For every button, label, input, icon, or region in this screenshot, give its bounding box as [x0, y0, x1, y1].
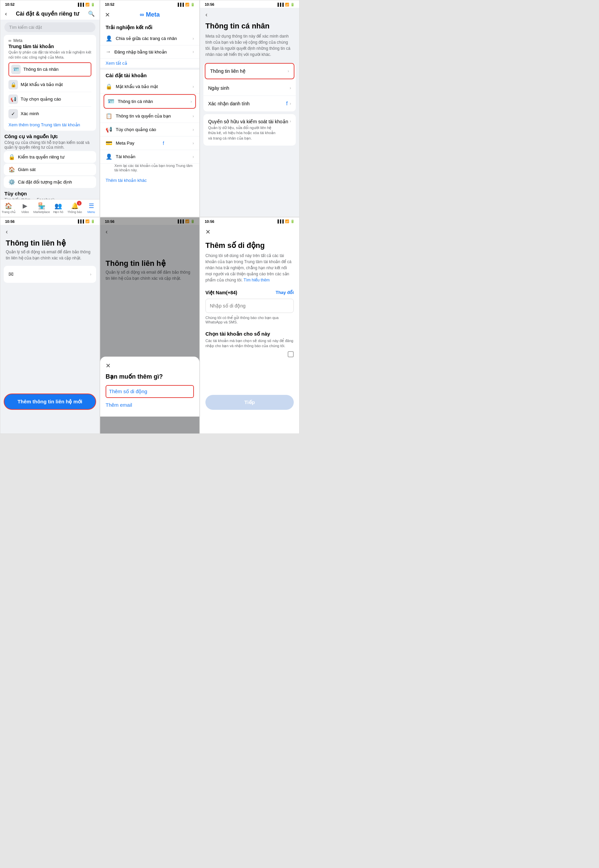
phone-hint: Chúng tôi có thể gửi thông báo cho bạn q… [200, 314, 299, 328]
chevron-icon-1: › [193, 36, 194, 41]
menu-nav-icon: ☰ [89, 202, 94, 210]
close-icon[interactable]: ✕ [105, 11, 110, 19]
audience-icon: ⚙️ [9, 179, 15, 185]
panel-settings: 10:52 ▐▐▐ 📶 🔋 ‹ Cài đặt & quyền riêng tư… [0, 0, 100, 217]
monitor-icon: 🏠 [9, 166, 15, 173]
account-label: Tài khoản [116, 154, 135, 159]
default-audience-item[interactable]: ⚙️ Cài đặt đối tượng mặc định [4, 176, 96, 188]
meta-infinity-icon: ∞ [9, 38, 12, 43]
privacy-label: Kiểm tra quyền riêng tư [18, 154, 64, 160]
personal-info-icon: 🪪 [11, 65, 21, 74]
fb-identity-icon: f [286, 101, 287, 107]
search-icon[interactable]: 🔍 [88, 11, 95, 17]
ads-prefs-item[interactable]: 📢 Tùy chọn quảng cáo [9, 92, 91, 106]
nav-home[interactable]: 🏠 Trang chủ [0, 202, 17, 214]
add-email-option[interactable]: Thêm email [105, 399, 194, 411]
phone-country-row: Việt Nam(+84) Thay đổi [200, 287, 299, 299]
submit-button[interactable]: Tiếp [205, 395, 294, 410]
time-4: 10:56 [5, 219, 15, 223]
ownership-desc: Quản lý dữ liệu, sửa đổi người liên hệ t… [208, 125, 276, 141]
personal-info-item[interactable]: 🪪 Thông tin cá nhân › [104, 94, 196, 109]
meta-header: ∞ Meta [9, 38, 91, 43]
ads-prefs-menu-item[interactable]: 📢 Tùy chọn quảng cáo › [100, 123, 199, 136]
privacy-check-item[interactable]: 🔒 Kiểm tra quyền riêng tư [4, 151, 96, 163]
status-icons-3: ▐▐▐ 📶 🔋 [277, 3, 294, 6]
phone-input[interactable] [205, 299, 294, 313]
info-rights-item[interactable]: 📋 Thông tin và quyền của bạn › [100, 109, 199, 123]
password-security-item[interactable]: 🔒 Mật khẩu và bảo mật [9, 77, 91, 92]
account-checkbox[interactable] [287, 351, 294, 357]
meta-pay-item[interactable]: 💳 Meta Pay f › [100, 136, 199, 150]
status-bar-4: 10:56 ▐▐▐ 📶 🔋 [0, 217, 99, 225]
account-item[interactable]: 👤 Tài khoản › [100, 150, 199, 164]
share-profiles-label: Chia sẻ giữa các trang cá nhân [116, 36, 177, 41]
password-item[interactable]: 🔒 Mật khẩu và bảo mật › [100, 80, 199, 94]
select-account-desc: Các tài khoản mà bạn chọn sẽ dùng số này… [200, 338, 299, 352]
email-row[interactable]: ✉ › [4, 266, 96, 283]
monitor-item[interactable]: 🏠 Giám sát [4, 164, 96, 175]
account-desc: Xem lại các tài khoản của bạn trong Trun… [100, 164, 199, 174]
info-rights-label: Thông tin và quyền của bạn [116, 113, 171, 119]
learn-more-link[interactable]: Tìm hiểu thêm [244, 278, 270, 282]
share-profiles-item[interactable]: 👤 Chia sẻ giữa các trang cá nhân › [100, 32, 199, 45]
personal-info-title: Thông tin cá nhân [200, 22, 299, 33]
marketplace-nav-icon: 🏪 [38, 202, 45, 210]
personal-info-menu-item[interactable]: 🪪 Thông tin cá nhân [9, 62, 91, 77]
add-phone-desc: Chúng tôi sẽ dùng số này trên tất cả các… [200, 253, 299, 287]
see-all-link[interactable]: Xem tất cả [100, 59, 199, 68]
panel-personal-info: 10:56 ▐▐▐ 📶 🔋 ‹ Thông tin cá nhân Meta s… [200, 0, 300, 217]
chevron-ownership: › [290, 119, 291, 124]
search-box[interactable]: Tìm kiếm cài đặt [5, 23, 95, 32]
see-more-link[interactable]: Xem thêm trong Trung tâm tài khoản [9, 122, 91, 127]
account-settings-title: Cài đặt tài khoản [100, 70, 199, 80]
nav-menu[interactable]: ☰ Menu [83, 202, 99, 214]
chevron-identity: › [290, 101, 291, 106]
ownership-card: Quyền sở hữu và kiểm soát tài khoản Quản… [203, 114, 296, 146]
panel-meta-menu: 10:52 ▐▐▐ 📶 🔋 ✕ ∞ Meta Trải nghiệm kết n… [100, 0, 200, 217]
card-title: Trung tâm tài khoản [9, 44, 91, 49]
notifications-nav-label: Thông báo [67, 210, 82, 214]
login-icon: → [105, 49, 111, 55]
back-button-3[interactable]: ‹ [205, 11, 208, 18]
nav-dating[interactable]: 👥 Hẹn hò [50, 202, 67, 214]
add-contact-button[interactable]: Thêm thông tin liên hệ mới [4, 394, 96, 410]
personal-info-desc: Meta sử dụng thông tin này để xác minh d… [200, 33, 299, 62]
add-phone-option[interactable]: Thêm số di động [105, 385, 194, 398]
ownership-title: Quyền sở hữu và kiểm soát tài khoản [208, 119, 288, 124]
change-country-button[interactable]: Thay đổi [275, 290, 294, 295]
ownership-item[interactable]: Quyền sở hữu và kiểm soát tài khoản Quản… [203, 114, 296, 146]
nav-marketplace[interactable]: 🏪 Marketplace [33, 202, 50, 214]
nav-notifications[interactable]: 🔔 Thông báo 1 [66, 202, 83, 214]
meta-logo: ∞ Meta [140, 11, 160, 18]
contact-info-item[interactable]: Thông tin liên hệ › [205, 63, 294, 79]
personal-info-label: Thông tin cá nhân [23, 67, 59, 72]
add-account-link[interactable]: Thêm tài khoản khác [100, 174, 199, 186]
verify-item[interactable]: ✓ Xác minh [9, 106, 91, 121]
video-nav-label: Video [21, 210, 29, 214]
time-1: 10:52 [5, 2, 15, 6]
login-label: Đăng nhập bằng tài khoản [114, 50, 167, 54]
share-profiles-icon: 👤 [105, 35, 112, 42]
add-what-modal: ✕ Bạn muốn thêm gì? Thêm số di động Thêm… [100, 356, 199, 417]
time-6: 10:56 [205, 219, 214, 223]
chevron-icon-5: › [193, 114, 194, 119]
chevron-icon-2: › [193, 50, 194, 54]
password-menu-label: Mật khẩu và bảo mật [116, 84, 158, 89]
modal-close-icon[interactable]: ✕ [105, 362, 194, 370]
nav-video[interactable]: ▶ Video [17, 202, 33, 214]
chevron-icon-3: › [193, 85, 194, 89]
identity-verify-item[interactable]: Xác nhận danh tính f › [203, 96, 296, 112]
back-icon[interactable]: ‹ [5, 11, 7, 17]
contact-top-bar: ‹ [0, 225, 99, 239]
birthday-item[interactable]: Ngày sinh › [203, 81, 296, 96]
chevron-contact: › [287, 69, 289, 74]
home-nav-label: Trang chủ [2, 210, 15, 214]
close-button-6[interactable]: ✕ [205, 229, 211, 235]
back-button-4[interactable]: ‹ [6, 228, 8, 235]
tools-section-title: Công cụ và nguồn lực [5, 133, 95, 139]
audience-label: Cài đặt đối tượng mặc định [18, 180, 72, 184]
add-phone-label: Thêm số di động [109, 388, 147, 394]
add-phone-title: Thêm số di động [200, 239, 299, 253]
email-icon: ✉ [9, 270, 14, 278]
login-account-item[interactable]: → Đăng nhập bằng tài khoản › [100, 45, 199, 59]
